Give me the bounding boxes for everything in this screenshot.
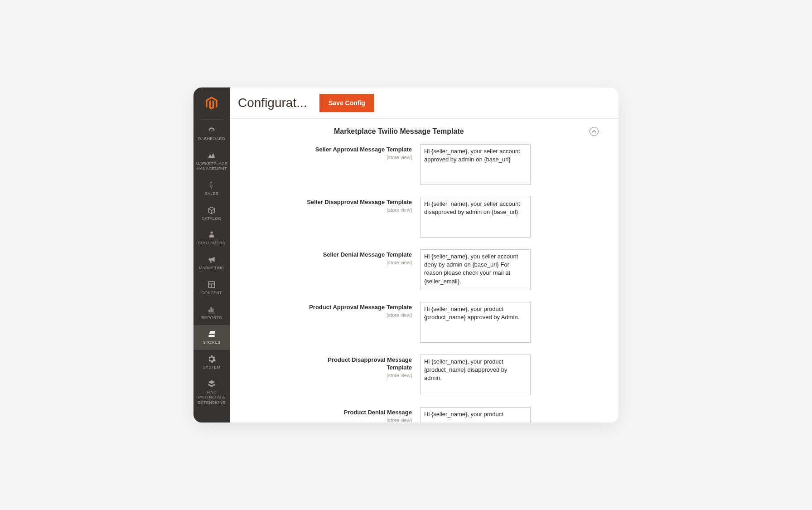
field-scope: [store view]: [302, 155, 412, 160]
sidebar-item-reports[interactable]: REPORTS: [193, 301, 230, 325]
seller-approval-textarea[interactable]: [420, 144, 531, 185]
field-label-wrap: Seller Disapproval Message Template [sto…: [302, 197, 420, 239]
field-scope: [store view]: [302, 260, 412, 265]
field-label-wrap: Product Denial Message [store view]: [302, 407, 420, 423]
sidebar-item-label: STORES: [203, 340, 221, 345]
sidebar-item-sales[interactable]: SALES: [193, 176, 230, 201]
puzzle-icon: [207, 379, 216, 389]
product-disapproval-textarea[interactable]: [420, 355, 531, 395]
dashboard-icon: [207, 126, 216, 135]
field-label-wrap: Seller Approval Message Template [store …: [302, 144, 420, 187]
sidebar-item-label: SYSTEM: [203, 365, 221, 370]
sidebar-item-dashboard[interactable]: DASHBOARD: [193, 121, 230, 146]
layout-icon: [207, 280, 216, 289]
field-seller-approval: Seller Approval Message Template [store …: [243, 144, 605, 187]
field-product-denial: Product Denial Message [store view]: [243, 407, 605, 423]
field-product-disapproval: Product Disapproval Message Template [st…: [243, 355, 605, 397]
sidebar-item-system[interactable]: SYSTEM: [193, 350, 230, 375]
dollar-icon: [207, 181, 216, 190]
sidebar-item-label: CONTENT: [201, 291, 222, 296]
field-label: Seller Approval Message Template: [302, 146, 412, 154]
field-input-wrap: [420, 249, 531, 292]
sidebar-item-label: REPORTS: [201, 316, 222, 321]
sidebar-item-customers[interactable]: CUSTOMERS: [193, 226, 230, 251]
seller-disapproval-textarea[interactable]: [420, 197, 531, 238]
field-scope: [store view]: [302, 207, 412, 213]
field-label: Seller Denial Message Template: [302, 251, 412, 259]
product-denial-textarea[interactable]: [420, 407, 531, 423]
sidebar-item-label: SALES: [205, 191, 219, 197]
save-config-button[interactable]: Save Config: [319, 94, 374, 112]
sidebar-item-marketing[interactable]: MARKETING: [193, 251, 230, 276]
bar-chart-icon: [207, 305, 216, 314]
page-header: Configurat... Save Config: [230, 87, 619, 119]
section-title: Marketplace Twilio Message Template: [334, 127, 464, 136]
sidebar-item-marketplace[interactable]: MARKETPLACE MANAGEMENT: [193, 146, 230, 176]
sidebar: DASHBOARD MARKETPLACE MANAGEMENT SALES C…: [193, 87, 230, 423]
field-input-wrap: [420, 302, 531, 345]
field-scope: [store view]: [302, 312, 412, 318]
field-label-wrap: Product Approval Message Template [store…: [302, 302, 420, 345]
person-icon: [207, 230, 216, 239]
field-label: Seller Disapproval Message Template: [302, 199, 412, 206]
field-input-wrap: [420, 197, 531, 239]
sidebar-item-stores[interactable]: STORES: [193, 325, 230, 350]
page-title: Configurat...: [238, 96, 310, 110]
field-label: Product Approval Message Template: [302, 304, 412, 311]
sidebar-item-label: MARKETING: [199, 266, 224, 271]
field-seller-disapproval: Seller Disapproval Message Template [sto…: [243, 197, 605, 239]
field-scope: [store view]: [302, 373, 412, 378]
sidebar-item-partners[interactable]: FIND PARTNERS & EXTENSIONS: [193, 375, 230, 410]
megaphone-icon: [207, 255, 216, 264]
field-label: Product Denial Message: [302, 409, 412, 417]
box-icon: [207, 206, 216, 215]
sidebar-item-label: FIND PARTNERS & EXTENSIONS: [195, 390, 228, 406]
field-label-wrap: Product Disapproval Message Template [st…: [302, 355, 420, 397]
sidebar-item-content[interactable]: CONTENT: [193, 276, 230, 301]
sidebar-nav: DASHBOARD MARKETPLACE MANAGEMENT SALES C…: [193, 121, 230, 410]
sidebar-item-catalog[interactable]: CATALOG: [193, 201, 230, 226]
field-input-wrap: [420, 144, 531, 187]
config-content: Marketplace Twilio Message Template Sell…: [230, 119, 619, 423]
marketplace-icon: [207, 151, 216, 160]
seller-denial-textarea[interactable]: [420, 249, 531, 290]
magento-logo[interactable]: [204, 87, 219, 119]
sidebar-item-label: CUSTOMERS: [198, 241, 225, 246]
field-product-approval: Product Approval Message Template [store…: [243, 302, 605, 345]
store-icon: [207, 330, 216, 339]
sidebar-item-label: DASHBOARD: [198, 136, 225, 142]
product-approval-textarea[interactable]: [420, 302, 531, 343]
field-input-wrap: [420, 407, 531, 423]
sidebar-item-label: CATALOG: [202, 216, 222, 222]
field-scope: [store view]: [302, 418, 412, 423]
admin-window: DASHBOARD MARKETPLACE MANAGEMENT SALES C…: [193, 87, 619, 423]
section-header[interactable]: Marketplace Twilio Message Template: [243, 119, 605, 144]
field-input-wrap: [420, 355, 531, 397]
field-label-wrap: Seller Denial Message Template [store vi…: [302, 249, 420, 292]
divider: [200, 119, 223, 120]
field-seller-denial: Seller Denial Message Template [store vi…: [243, 249, 605, 292]
gear-icon: [207, 355, 216, 364]
main-content: Configurat... Save Config Marketplace Tw…: [230, 87, 619, 423]
collapse-icon[interactable]: [590, 127, 599, 136]
sidebar-item-label: MARKETPLACE MANAGEMENT: [195, 161, 228, 172]
field-label: Product Disapproval Message Template: [302, 356, 412, 372]
